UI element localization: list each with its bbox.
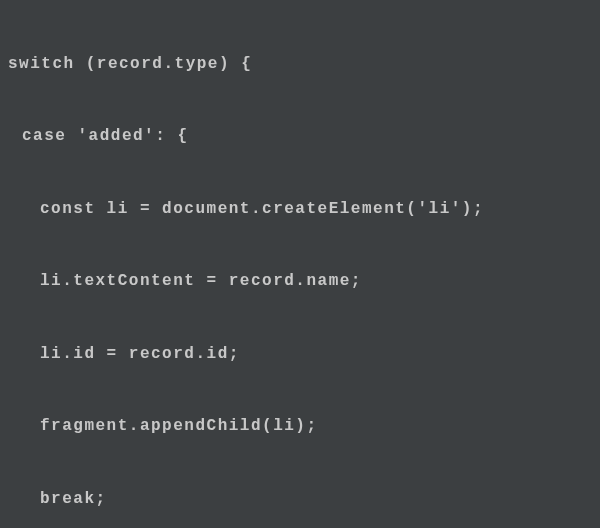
code-block: switch (record.type) { case 'added': { c… bbox=[0, 10, 600, 528]
code-line: fragment.appendChild(li); bbox=[0, 408, 600, 444]
code-line: break; bbox=[0, 481, 600, 517]
code-line: case 'added': { bbox=[0, 118, 600, 154]
code-line: li.id = record.id; bbox=[0, 336, 600, 372]
code-line: const li = document.createElement('li'); bbox=[0, 191, 600, 227]
code-line: switch (record.type) { bbox=[0, 46, 600, 82]
code-line: li.textContent = record.name; bbox=[0, 263, 600, 299]
